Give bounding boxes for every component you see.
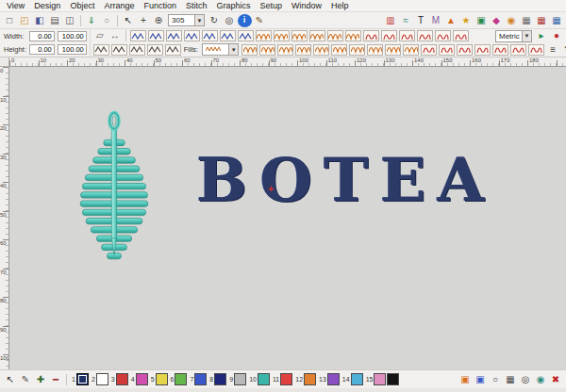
motif-7-swatch[interactable]	[421, 44, 437, 56]
thread-color-chip[interactable]	[194, 373, 207, 385]
design-grid-icon[interactable]: ▦	[550, 14, 564, 27]
motif-2-swatch[interactable]	[381, 30, 397, 41]
thread-color-chip[interactable]	[280, 373, 292, 385]
hoop-icon[interactable]: ○	[100, 14, 114, 27]
height-input[interactable]	[29, 44, 55, 55]
travel-icon[interactable]: ●	[550, 29, 564, 42]
kiosk-icon[interactable]: ★	[459, 14, 474, 27]
open-design-icon[interactable]: ◰	[18, 14, 32, 27]
motif-8-swatch[interactable]	[439, 44, 455, 56]
program-split-swatch[interactable]	[220, 30, 236, 41]
thread-color-chip[interactable]	[351, 373, 363, 385]
zoom-tool-icon[interactable]: ⊕	[152, 14, 166, 27]
leaf-motif-design[interactable]	[75, 110, 153, 265]
wave-pattern-7-swatch[interactable]	[349, 44, 365, 56]
logo-text-design[interactable]: BOTEA	[196, 150, 495, 210]
motif-10-swatch[interactable]	[474, 44, 491, 56]
print-preview-icon[interactable]: ◫	[63, 14, 77, 27]
triple-run-swatch[interactable]	[148, 30, 164, 41]
motif-6-swatch[interactable]	[453, 30, 469, 41]
chevron-down-icon[interactable]: ▼	[228, 44, 238, 55]
design-canvas[interactable]: BOTEA +	[9, 67, 566, 369]
motif-9-swatch[interactable]	[457, 44, 473, 56]
close-palette-icon[interactable]: ✖	[549, 373, 563, 386]
chevron-down-icon[interactable]: ▼	[194, 15, 204, 25]
thread-colors-icon[interactable]: ≈	[399, 14, 413, 27]
redraw-icon[interactable]: ↻	[208, 14, 222, 27]
wave-pattern-3-swatch[interactable]	[277, 44, 293, 56]
measure-icon[interactable]: ✎	[253, 14, 267, 27]
info-icon[interactable]: i	[238, 14, 252, 27]
bling-icon[interactable]: ◆	[490, 14, 504, 27]
fabric-display-icon[interactable]: ▣	[474, 373, 488, 386]
units-combobox[interactable]: Metric ▼	[495, 30, 532, 42]
tatami-fill-swatch[interactable]	[184, 30, 200, 41]
team-names-icon[interactable]: ▣	[474, 14, 489, 27]
thread-color-chip[interactable]	[136, 373, 148, 385]
fill-pattern-3-swatch[interactable]	[291, 30, 308, 41]
menu-function[interactable]: Function	[139, 1, 181, 10]
width-input[interactable]	[29, 31, 55, 41]
menu-graphics[interactable]: Graphics	[211, 1, 255, 10]
wave-pattern-8-swatch[interactable]	[367, 44, 383, 56]
outline-style-2-swatch[interactable]	[111, 44, 127, 56]
needle-edit-icon[interactable]: ✎	[19, 373, 33, 386]
thread-color-chip[interactable]	[156, 373, 168, 385]
chevron-down-icon[interactable]: ▼	[522, 31, 531, 41]
applique-icon[interactable]: ▲	[444, 14, 458, 27]
add-color-icon[interactable]: ✚	[34, 373, 48, 386]
new-design-icon[interactable]: □	[3, 14, 17, 27]
fill-pattern-1-swatch[interactable]	[256, 30, 272, 41]
swap-dimensions-icon[interactable]: ↔	[108, 29, 122, 42]
motif-run-swatch[interactable]	[202, 30, 218, 41]
remove-color-icon[interactable]: ━	[49, 373, 63, 386]
color-film-icon[interactable]: ▥	[384, 14, 398, 27]
thread-color-chip[interactable]	[76, 373, 89, 385]
monogram-icon[interactable]: M	[429, 14, 443, 27]
thread-color-chip[interactable]	[387, 373, 399, 385]
thread-color-chip[interactable]	[374, 373, 386, 385]
outline-style-5-swatch[interactable]	[165, 44, 181, 56]
height-percent-input[interactable]	[58, 44, 87, 55]
motif-3-swatch[interactable]	[399, 30, 415, 41]
list-view-icon[interactable]: ≡	[546, 43, 560, 57]
thread-color-chip[interactable]	[175, 373, 187, 385]
thread-color-chip[interactable]	[96, 373, 108, 385]
motif-4-swatch[interactable]	[417, 30, 433, 41]
fill-pattern-5-swatch[interactable]	[327, 30, 343, 41]
menu-view[interactable]: View	[2, 1, 29, 10]
wave-pattern-6-swatch[interactable]	[331, 44, 347, 56]
hoop-display-icon[interactable]: ○	[489, 373, 503, 386]
motif-13-swatch[interactable]	[528, 44, 544, 56]
color-grid-icon[interactable]: ▦	[535, 14, 549, 27]
pan-tool-icon[interactable]: +	[137, 14, 151, 27]
thread-color-chip[interactable]	[327, 373, 340, 385]
pointer-tool-icon[interactable]: ↖	[4, 373, 18, 386]
outline-style-1-swatch[interactable]	[93, 44, 109, 56]
thread-color-chip[interactable]	[234, 373, 246, 385]
run-stitch-swatch[interactable]	[130, 30, 146, 41]
thread-color-chip[interactable]	[258, 373, 270, 385]
nudge-vertical-icon[interactable]: ⇅	[561, 43, 566, 57]
lettering-icon[interactable]: T	[414, 14, 428, 27]
grid-display-icon[interactable]: ▦	[504, 373, 518, 386]
wave-pattern-1-swatch[interactable]	[241, 44, 258, 56]
menu-help[interactable]: Help	[326, 1, 354, 10]
wave-pattern-2-swatch[interactable]	[259, 44, 275, 56]
motif-11-swatch[interactable]	[492, 44, 508, 56]
thread-color-chip[interactable]	[304, 373, 316, 385]
wave-pattern-5-swatch[interactable]	[313, 44, 329, 56]
fill-pattern-6-swatch[interactable]	[345, 30, 361, 41]
units-value[interactable]: Metric	[499, 32, 520, 41]
motif-1-swatch[interactable]	[363, 30, 379, 41]
write-to-machine-icon[interactable]: ⇓	[85, 14, 99, 27]
menu-stitch[interactable]: Stitch	[181, 1, 212, 10]
menu-object[interactable]: Object	[65, 1, 99, 10]
fancy-fill-swatch[interactable]	[238, 30, 254, 41]
stitch-player-icon[interactable]: ▸	[535, 29, 549, 42]
outline-style-4-swatch[interactable]	[147, 44, 163, 56]
fill-pattern-4-swatch[interactable]	[309, 30, 325, 41]
wave-pattern-9-swatch[interactable]	[385, 44, 401, 56]
outline-style-3-swatch[interactable]	[129, 44, 145, 56]
fills-combobox[interactable]: ▼	[202, 43, 239, 56]
